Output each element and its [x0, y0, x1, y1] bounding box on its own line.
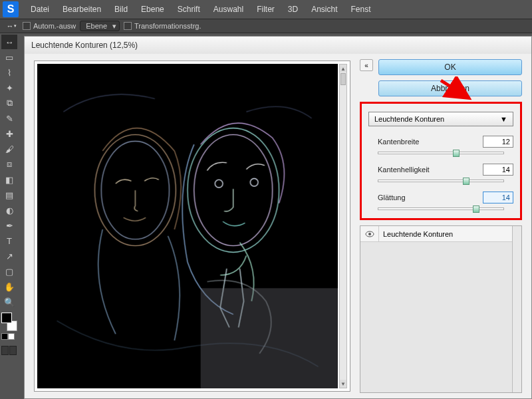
lasso-tool[interactable]: ⌇ — [1, 65, 17, 80]
dodge-tool[interactable]: ◐ — [1, 203, 17, 217]
wand-tool[interactable]: ✦ — [1, 80, 17, 95]
options-bar: ↔▾ Autom.-ausw Ebene Transformationsstrg… — [0, 19, 532, 33]
slider-group: Kantenbreite 12 — [368, 136, 513, 154]
cancel-button[interactable]: Abbrechen — [378, 80, 522, 96]
autoselect-target-dropdown[interactable]: Ebene — [80, 21, 120, 31]
slider-thumb[interactable] — [453, 150, 460, 157]
stamp-tool[interactable]: ⧈ — [1, 157, 17, 172]
color-swatches[interactable] — [1, 313, 17, 331]
zoom-tool[interactable]: 🔍 — [1, 295, 17, 309]
crop-tool[interactable]: ⧉ — [1, 96, 17, 110]
effect-layers-panel: Leuchtende Konturen — [360, 225, 522, 393]
preview-pane: ▲ ▼ — [25, 54, 356, 398]
effect-layer-name: Leuchtende Konturen — [379, 230, 457, 238]
controls-pane: « OK Abbrechen Leuchtende Konturen ▼ Kan… — [356, 54, 531, 398]
preview-scrollbar[interactable]: ▲ ▼ — [339, 64, 347, 388]
menu-item[interactable]: Filter — [250, 5, 281, 14]
ok-button[interactable]: OK — [378, 59, 522, 75]
dialog-title: Leuchtende Konturen (12,5%) — [25, 37, 531, 54]
eyedropper-tool[interactable]: ✎ — [1, 111, 17, 126]
default-colors-icon[interactable] — [1, 333, 17, 342]
move-tool-indicator: ↔▾ — [4, 20, 19, 32]
type-tool[interactable]: T — [1, 233, 17, 248]
scroll-thumb[interactable] — [340, 73, 346, 85]
filter-select-label: Leuchtende Konturen — [374, 115, 444, 123]
menu-item[interactable]: Ansicht — [305, 5, 344, 14]
layers-scrollbar[interactable] — [512, 226, 521, 392]
highlight-annotation: Leuchtende Konturen ▼ Kantenbreite 12 Ka… — [360, 102, 522, 220]
path-tool[interactable]: ↗ — [1, 249, 17, 263]
scroll-down-icon[interactable]: ▼ — [340, 380, 346, 388]
scroll-up-icon[interactable]: ▲ — [340, 65, 346, 72]
svg-rect-7 — [201, 288, 338, 388]
visibility-eye-icon[interactable] — [360, 226, 379, 241]
quickmask-toggle[interactable] — [1, 346, 17, 355]
slider-label: Kantenbreite — [368, 138, 419, 146]
slider-group: Glättung 14 — [368, 192, 513, 210]
slider-thumb[interactable] — [463, 178, 469, 185]
brush-tool[interactable]: 🖌 — [1, 142, 17, 156]
menu-item[interactable]: Fenst — [344, 5, 378, 14]
pen-tool[interactable]: ✒ — [1, 218, 17, 233]
app-logo: S — [3, 1, 19, 17]
marquee-tool[interactable]: ▭ — [1, 50, 17, 65]
hand-tool[interactable]: ✋ — [1, 279, 17, 294]
menu-item[interactable]: Auswahl — [207, 5, 250, 14]
svg-point-9 — [368, 233, 371, 235]
slider-label: Kantenhelligkeit — [368, 166, 430, 174]
slider-track[interactable] — [378, 180, 504, 182]
slider-value-input[interactable]: 14 — [483, 164, 513, 176]
chevron-down-icon: ▼ — [500, 115, 507, 123]
collapse-toggle[interactable]: « — [360, 59, 373, 71]
menu-item[interactable]: Bild — [108, 5, 134, 14]
gradient-tool[interactable]: ▤ — [1, 188, 17, 202]
glowing-edges-art — [37, 64, 338, 388]
filter-select[interactable]: Leuchtende Konturen ▼ — [368, 112, 513, 126]
effect-layer-row[interactable]: Leuchtende Konturen — [360, 226, 512, 242]
filter-gallery-dialog: Leuchtende Konturen (12,5%) — [24, 36, 532, 399]
menu-bar: S Datei Bearbeiten Bild Ebene Schrift Au… — [0, 0, 532, 19]
slider-thumb[interactable] — [473, 205, 479, 213]
menu-item[interactable]: 3D — [281, 5, 305, 14]
transform-controls-checkbox[interactable]: Transformationsstrg. — [124, 22, 201, 30]
slider-track[interactable] — [378, 152, 504, 154]
autoselect-checkbox[interactable]: Autom.-ausw — [23, 22, 76, 30]
preview-canvas[interactable] — [37, 64, 338, 388]
slider-track[interactable] — [378, 207, 504, 210]
menu-item[interactable]: Bearbeiten — [56, 5, 108, 14]
tool-box: ↔ ▭ ⌇ ✦ ⧉ ✎ ✚ 🖌 ⧈ ◧ ▤ ◐ ✒ T ↗ ▢ ✋ 🔍 — [0, 33, 19, 356]
menu-item[interactable]: Ebene — [134, 5, 171, 14]
heal-tool[interactable]: ✚ — [1, 126, 17, 141]
eraser-tool[interactable]: ◧ — [1, 172, 17, 187]
slider-label: Glättung — [368, 194, 406, 201]
slider-group: Kantenhelligkeit 14 — [368, 164, 513, 182]
slider-value-input[interactable]: 14 — [483, 192, 513, 203]
slider-value-input[interactable]: 12 — [483, 136, 513, 148]
menu-item[interactable]: Datei — [24, 5, 56, 14]
move-tool[interactable]: ↔ — [1, 35, 17, 49]
menu-item[interactable]: Schrift — [171, 5, 207, 14]
shape-tool[interactable]: ▢ — [1, 264, 17, 279]
